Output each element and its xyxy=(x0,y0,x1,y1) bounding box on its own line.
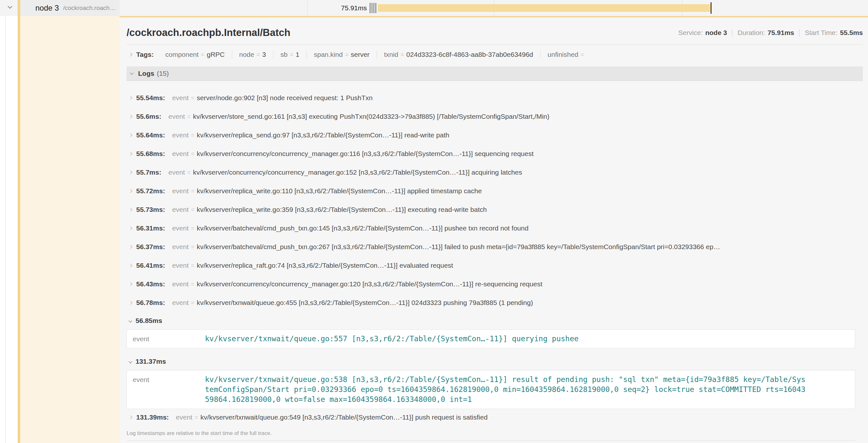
log-detail-value: kv/kvserver/txnwait/queue.go:557 [n3,s3,… xyxy=(205,334,850,344)
log-field: event xyxy=(168,113,185,121)
log-entries-list: 55.54ms: event = server/node.go:902 [n3]… xyxy=(127,89,863,425)
log-field: event xyxy=(176,413,192,421)
log-equals: = xyxy=(191,206,194,213)
log-detail-line: kv/kvserver/txnwait/queue.go:538 [n3,s3,… xyxy=(205,375,850,384)
log-equals: = xyxy=(191,280,194,287)
log-detail-box: event kv/kvserver/txnwait/queue.go:538 [… xyxy=(127,370,855,409)
log-row[interactable]: 131.39ms: event = kv/kvserver/txnwait/qu… xyxy=(127,410,863,425)
tag-key: unfinished xyxy=(548,51,579,59)
chevron-right-icon xyxy=(128,96,132,100)
tag-key: node xyxy=(239,51,254,59)
log-row[interactable]: 55.73ms: event = kv/kvserver/replica_wri… xyxy=(127,200,863,219)
detail-header: /cockroach.roachpb.Internal/Batch Servic… xyxy=(127,27,863,38)
log-row[interactable]: 56.37ms: event = kv/kvserver/batcheval/c… xyxy=(127,238,863,256)
log-value: kv/kvserver/batcheval/cmd_push_txn.go:26… xyxy=(196,243,720,251)
log-detail-value: kv/kvserver/txnwait/queue.go:538 [n3,s3,… xyxy=(205,375,850,405)
header-divider xyxy=(127,44,863,45)
log-timestamp: 55.6ms: xyxy=(136,113,161,121)
log-timestamp: 56.43ms: xyxy=(136,280,165,288)
footer-divider xyxy=(127,440,855,441)
chevron-right-icon xyxy=(128,301,132,304)
log-row[interactable]: 55.6ms: event = kv/kvserver/store_send.g… xyxy=(127,107,863,126)
log-equals: = xyxy=(191,150,194,157)
tag-value: server xyxy=(351,51,369,59)
log-timestamp: 56.31ms: xyxy=(136,225,165,232)
collapse-children-chevron-icon[interactable] xyxy=(8,4,12,9)
chevron-right-icon xyxy=(128,282,132,286)
log-row[interactable]: 56.41ms: event = kv/kvserver/replica_raf… xyxy=(127,256,863,275)
logs-title: Logs xyxy=(138,70,154,77)
log-field: event xyxy=(172,150,189,158)
tags-row[interactable]: Tags: component = gRPC node = 3 sb = 1 s… xyxy=(127,48,863,61)
log-timestamp: 55.7ms: xyxy=(136,169,161,176)
log-value: kv/kvserver/txnwait/queue.go:455 [n3,s3,… xyxy=(196,299,533,307)
log-timestamp: 55.68ms: xyxy=(136,150,165,158)
log-equals: = xyxy=(191,225,194,232)
tag-value: 024d3323-6c8f-4863-aa8b-37ab0e63496d xyxy=(406,51,533,59)
span-bar-end-marker xyxy=(711,2,712,14)
tag-sb: sb = 1 xyxy=(273,51,307,59)
start-time-label: Start Time: xyxy=(805,29,837,37)
log-value: kv/kvserver/replica_send.go:97 [n3,s3,r6… xyxy=(196,131,449,139)
log-equals: = xyxy=(191,262,194,269)
chevron-down-icon xyxy=(128,360,132,363)
tag-key: txnid xyxy=(384,51,398,59)
chevron-right-icon xyxy=(128,114,132,118)
log-timestamp: 56.41ms: xyxy=(136,262,165,269)
span-name-column-spacer[interactable] xyxy=(20,16,120,443)
span-duration-label: 75.91ms xyxy=(299,0,367,16)
tag-equals: = xyxy=(401,51,404,58)
logs-section-header[interactable]: Logs (15) xyxy=(127,66,863,81)
log-timestamp: 55.54ms: xyxy=(136,94,165,102)
log-value: kv/kvserver/store_send.go:161 [n3,s3] ex… xyxy=(193,113,550,121)
service-label: Service: xyxy=(679,29,703,37)
tag-key: component xyxy=(165,51,198,59)
log-row-expanded-header[interactable]: 56.85ms xyxy=(127,316,863,326)
span-operation-title: /cockroach.roachpb.Internal/Batch xyxy=(127,27,290,38)
log-row[interactable]: 55.7ms: event = kv/kvserver/concurrency/… xyxy=(127,163,863,182)
tag-equals: = xyxy=(345,51,348,58)
tag-node: node = 3 xyxy=(232,51,273,59)
log-row[interactable]: 55.68ms: event = kv/kvserver/concurrency… xyxy=(127,144,863,163)
tag-value: 3 xyxy=(262,51,266,59)
tags-label: Tags: xyxy=(136,51,154,59)
chevron-right-icon xyxy=(128,53,132,56)
log-field: event xyxy=(168,169,185,176)
log-row[interactable]: 56.31ms: event = kv/kvserver/batcheval/c… xyxy=(127,219,863,238)
log-row[interactable]: 55.72ms: event = kv/kvserver/replica_wri… xyxy=(127,182,863,200)
span-timeline-row: node 3 /cockroach.roach… 75.91ms xyxy=(0,0,868,16)
log-row[interactable]: 55.54ms: event = server/node.go:902 [n3]… xyxy=(127,89,863,107)
log-field: event xyxy=(172,94,189,102)
log-value: server/node.go:902 [n3] node received re… xyxy=(196,94,373,102)
log-field: event xyxy=(172,243,189,251)
operation-name: /cockroach.roach… xyxy=(63,4,116,11)
log-row-expanded-header[interactable]: 131.37ms xyxy=(127,356,863,366)
logs-count: (15) xyxy=(157,70,169,77)
span-meta: Service: node 3 Duration: 75.91ms Start … xyxy=(679,29,863,37)
log-timestamp: 55.72ms: xyxy=(136,187,165,195)
log-timestamp: 56.85ms xyxy=(135,317,162,325)
log-value: kv/kvserver/replica_raft.go:74 [n3,s3,r6… xyxy=(196,262,453,269)
log-row[interactable]: 56.43ms: event = kv/kvserver/concurrency… xyxy=(127,275,863,294)
span-indent-guide xyxy=(18,0,20,443)
tag-equals: = xyxy=(290,51,293,58)
log-value: kv/kvserver/batcheval/cmd_push_txn.go:14… xyxy=(196,225,528,232)
service-name: node 3 xyxy=(35,3,59,12)
span-name-cell[interactable]: node 3 /cockroach.roach… xyxy=(20,0,120,16)
log-equals: = xyxy=(191,243,194,250)
log-row[interactable]: 55.64ms: event = kv/kvserver/replica_sen… xyxy=(127,126,863,144)
logs-footer-note: Log timestamps are relative to the start… xyxy=(127,430,863,437)
log-row[interactable]: 56.78ms: event = kv/kvserver/txnwait/que… xyxy=(127,294,863,312)
log-equals: = xyxy=(187,113,191,120)
meta-separator xyxy=(732,29,733,37)
log-field: event xyxy=(172,131,189,139)
log-field: event xyxy=(172,206,189,213)
meta-separator xyxy=(799,29,800,37)
tag-equals: = xyxy=(581,51,584,58)
log-value: kv/kvserver/concurrency/concurrency_mana… xyxy=(196,280,542,288)
tag-component: component = gRPC xyxy=(158,51,231,59)
log-value: kv/kvserver/txnwait/queue.go:549 [n3,s3,… xyxy=(200,413,488,421)
log-equals: = xyxy=(191,132,194,139)
chevron-right-icon xyxy=(128,415,132,419)
span-duration-bar[interactable] xyxy=(378,4,711,12)
